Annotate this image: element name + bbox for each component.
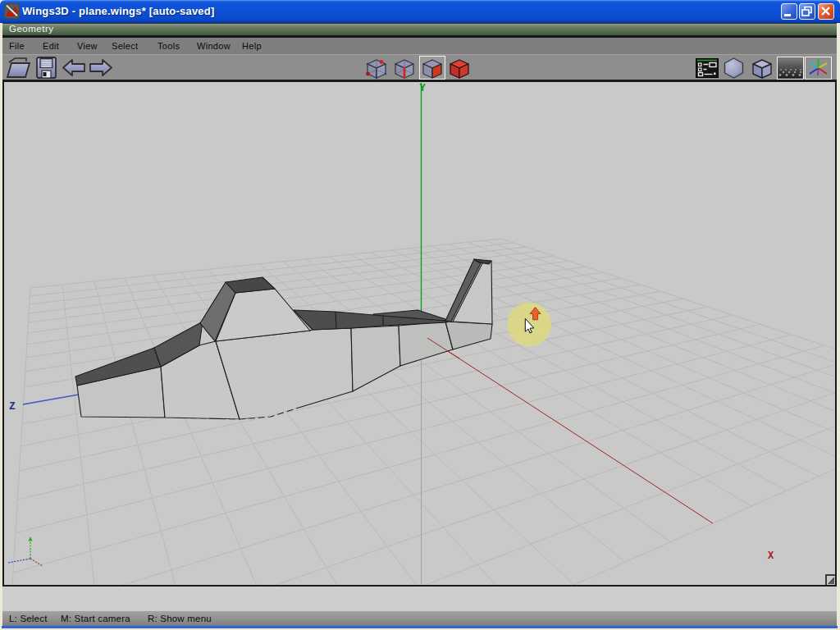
svg-text:X: X — [768, 550, 774, 562]
svg-text:Y: Y — [420, 83, 427, 94]
svg-text:Z: Z — [9, 400, 16, 413]
